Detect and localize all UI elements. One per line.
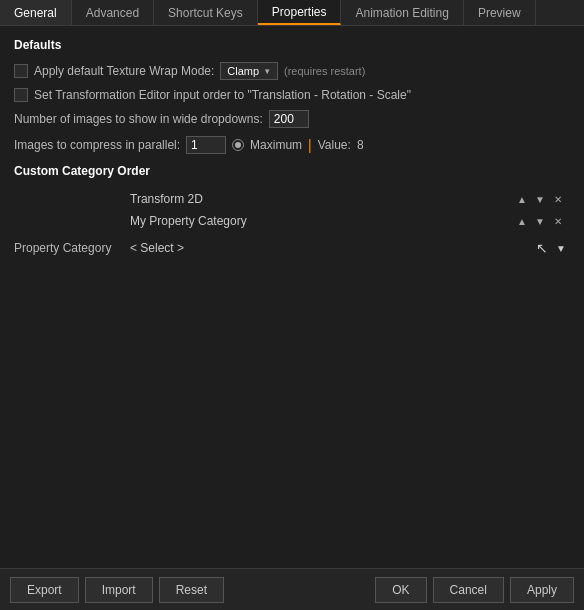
value-label: Value: bbox=[318, 138, 351, 152]
import-button[interactable]: Import bbox=[85, 577, 153, 603]
tab-animation-editing[interactable]: Animation Editing bbox=[341, 0, 463, 25]
category-item-0: Transform 2D ▲ ▼ ✕ bbox=[14, 188, 570, 210]
cancel-button[interactable]: Cancel bbox=[433, 577, 504, 603]
category-item-label-1: My Property Category bbox=[130, 214, 514, 228]
move-up-button-0[interactable]: ▲ bbox=[514, 191, 530, 207]
wide-dropdowns-input[interactable] bbox=[269, 110, 309, 128]
custom-category-header: Custom Category Order bbox=[14, 164, 570, 178]
remove-button-1[interactable]: ✕ bbox=[550, 213, 566, 229]
compress-parallel-row: Images to compress in parallel: Maximum … bbox=[14, 136, 570, 154]
tab-bar: General Advanced Shortcut Keys Propertie… bbox=[0, 0, 584, 26]
tab-shortcut-keys[interactable]: Shortcut Keys bbox=[154, 0, 258, 25]
custom-category-section: Custom Category Order Transform 2D ▲ ▼ ✕… bbox=[14, 164, 570, 260]
category-item-actions-1: ▲ ▼ ✕ bbox=[514, 213, 566, 229]
cursor-icon: ↖ bbox=[536, 240, 548, 256]
main-content: Defaults Apply default Texture Wrap Mode… bbox=[0, 26, 584, 568]
divider: | bbox=[308, 137, 312, 153]
wide-dropdowns-row: Number of images to show in wide dropdow… bbox=[14, 110, 570, 128]
category-item-actions-0: ▲ ▼ ✕ bbox=[514, 191, 566, 207]
texture-wrap-checkbox[interactable] bbox=[14, 64, 28, 78]
wide-dropdowns-label: Number of images to show in wide dropdow… bbox=[14, 112, 263, 126]
property-category-row: Property Category < Select > ↖ ▼ bbox=[14, 236, 570, 260]
property-category-select[interactable]: < Select > bbox=[130, 241, 570, 255]
tab-advanced[interactable]: Advanced bbox=[72, 0, 154, 25]
apply-button[interactable]: Apply bbox=[510, 577, 574, 603]
remove-button-0[interactable]: ✕ bbox=[550, 191, 566, 207]
category-item-label-0: Transform 2D bbox=[130, 192, 514, 206]
transformation-order-label: Set Transformation Editor input order to… bbox=[34, 88, 411, 102]
tab-general[interactable]: General bbox=[0, 0, 72, 25]
texture-wrap-label: Apply default Texture Wrap Mode: bbox=[34, 64, 214, 78]
dropdown-arrow-icon: ▼ bbox=[263, 67, 271, 76]
transformation-order-checkbox[interactable] bbox=[14, 88, 28, 102]
move-down-button-0[interactable]: ▼ bbox=[532, 191, 548, 207]
property-category-label: Property Category bbox=[14, 241, 130, 255]
category-list: Transform 2D ▲ ▼ ✕ My Property Category … bbox=[14, 188, 570, 232]
texture-wrap-value: Clamp bbox=[227, 65, 259, 77]
tab-preview[interactable]: Preview bbox=[464, 0, 536, 25]
texture-wrap-dropdown[interactable]: Clamp ▼ bbox=[220, 62, 278, 80]
ok-button[interactable]: OK bbox=[375, 577, 426, 603]
value-number: 8 bbox=[357, 138, 364, 152]
compress-parallel-input[interactable] bbox=[186, 136, 226, 154]
move-up-button-1[interactable]: ▲ bbox=[514, 213, 530, 229]
tab-properties[interactable]: Properties bbox=[258, 0, 342, 25]
maximum-label: Maximum bbox=[250, 138, 302, 152]
maximum-radio-area: Maximum bbox=[232, 138, 302, 152]
category-item-1: My Property Category ▲ ▼ ✕ bbox=[14, 210, 570, 232]
reset-button[interactable]: Reset bbox=[159, 577, 224, 603]
maximum-radio[interactable] bbox=[232, 139, 244, 151]
bottom-bar: Export Import Reset OK Cancel Apply bbox=[0, 568, 584, 610]
transformation-order-row: Set Transformation Editor input order to… bbox=[14, 88, 570, 102]
compress-parallel-label: Images to compress in parallel: bbox=[14, 138, 180, 152]
property-category-dropdown-arrow[interactable]: ▼ bbox=[556, 243, 566, 254]
move-down-button-1[interactable]: ▼ bbox=[532, 213, 548, 229]
texture-wrap-row: Apply default Texture Wrap Mode: Clamp ▼… bbox=[14, 62, 570, 80]
requires-restart-note: (requires restart) bbox=[284, 65, 365, 77]
export-button[interactable]: Export bbox=[10, 577, 79, 603]
defaults-header: Defaults bbox=[14, 38, 570, 52]
